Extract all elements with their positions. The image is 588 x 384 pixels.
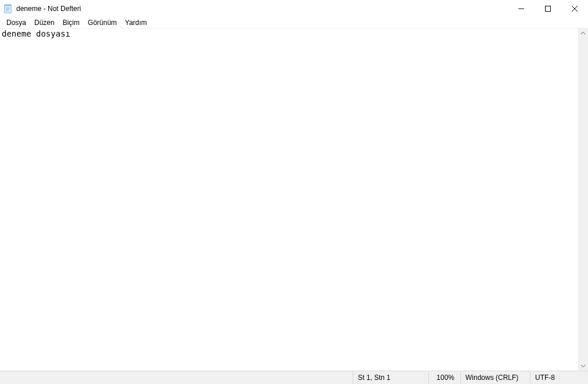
svg-rect-7: [546, 6, 551, 12]
status-zoom: 100%: [428, 371, 460, 384]
menu-help[interactable]: Yardım: [121, 18, 151, 27]
maximize-button[interactable]: [535, 0, 561, 17]
text-editor[interactable]: deneme dosyası: [0, 28, 578, 371]
notepad-window: deneme - Not Defteri Dosya Düzen Biçim G…: [0, 0, 588, 384]
vertical-scrollbar[interactable]: [578, 28, 588, 371]
menu-format[interactable]: Biçim: [59, 18, 84, 27]
status-cursor-position: St 1, Stn 1: [353, 371, 428, 384]
status-line-ending: Windows (CRLF): [460, 371, 530, 384]
menu-file[interactable]: Dosya: [2, 18, 30, 27]
svg-rect-1: [5, 5, 11, 6]
menu-edit[interactable]: Düzen: [30, 18, 59, 27]
scroll-up-arrow-icon[interactable]: [578, 28, 588, 38]
window-controls: [508, 0, 588, 17]
titlebar-left: deneme - Not Defteri: [0, 4, 81, 13]
statusbar: St 1, Stn 1 100% Windows (CRLF) UTF-8: [0, 371, 588, 384]
notepad-app-icon: [3, 4, 13, 13]
close-button[interactable]: [561, 0, 588, 17]
editor-area: deneme dosyası: [0, 28, 588, 371]
menu-view[interactable]: Görünüm: [84, 18, 121, 27]
window-title: deneme - Not Defteri: [16, 5, 81, 13]
scroll-down-arrow-icon[interactable]: [578, 361, 588, 371]
titlebar: deneme - Not Defteri: [0, 0, 588, 17]
minimize-button[interactable]: [508, 0, 535, 17]
menubar: Dosya Düzen Biçim Görünüm Yardım: [0, 17, 588, 28]
status-encoding: UTF-8: [530, 371, 588, 384]
